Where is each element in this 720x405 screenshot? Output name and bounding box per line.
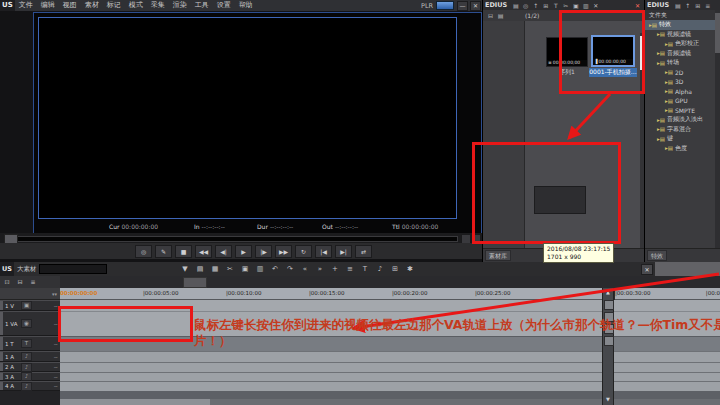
match-frame-button[interactable]: ⇄ (355, 245, 372, 258)
track-header-t[interactable]: 1 T T~ (0, 336, 60, 351)
track-lane-a1[interactable] (60, 351, 720, 362)
loop-button[interactable]: ↻ (295, 245, 312, 258)
settings-icon[interactable]: ✱ (405, 264, 415, 274)
menu-item[interactable]: 素材 (81, 0, 103, 11)
voiceover-icon[interactable]: ♪ (375, 264, 385, 274)
menu-item[interactable]: 视图 (59, 0, 81, 11)
set-out-icon[interactable]: » (315, 264, 325, 274)
track-height-button-4[interactable] (604, 336, 614, 346)
track-height-button-3[interactable] (604, 324, 614, 334)
stop-button[interactable]: ■ (175, 245, 192, 258)
effect-tree-item[interactable]: ▸▤ SMPTE (645, 106, 715, 116)
track-lane-t[interactable] (60, 336, 720, 351)
speaker-icon[interactable]: ♪ (21, 363, 32, 372)
effect-tree-item[interactable]: ▸▤ Alpha (645, 87, 715, 97)
step-back-button[interactable]: ◀| (215, 245, 232, 258)
copy-icon[interactable]: ▣ (240, 264, 250, 274)
menu-item[interactable]: 编辑 (37, 0, 59, 11)
palette-scrollbar[interactable] (715, 10, 720, 248)
effect-tree-item[interactable]: ▸▤ 特效 (645, 20, 715, 30)
speaker-icon[interactable]: ♪ (21, 372, 32, 381)
play-button[interactable]: ▶ (235, 245, 252, 258)
effect-tree-item[interactable]: ▸▤ 2D (645, 68, 715, 78)
menu-item[interactable]: 渲染 (169, 0, 191, 11)
menu-item[interactable]: 文件 (15, 0, 37, 11)
menu-item[interactable]: 设置 (213, 0, 235, 11)
up-folder-icon[interactable]: ↑ (683, 1, 692, 10)
effect-tree-item[interactable]: ▸▤ 3D (645, 77, 715, 87)
effect-tree-item[interactable]: ▸▤ 键 (645, 134, 715, 144)
cut-icon[interactable]: ✂ (561, 1, 570, 10)
close-icon[interactable]: ✕ (633, 2, 642, 9)
folder-icon[interactable]: ▤ (511, 1, 520, 10)
paste-icon[interactable]: ▥ (255, 264, 265, 274)
title-new-icon[interactable]: T (551, 1, 560, 10)
track-header-v[interactable]: 1 V ▣~ (0, 300, 60, 311)
track-lane-a2[interactable] (60, 362, 720, 372)
speaker-icon[interactable]: ♪ (21, 382, 32, 391)
menu-item[interactable]: 模式 (125, 0, 147, 11)
track-lane-a3[interactable] (60, 372, 720, 381)
up-folder-icon[interactable]: ↑ (531, 1, 540, 10)
folder-icon[interactable]: ▤ (673, 1, 682, 10)
bin-clip-sequence[interactable]: ≣00:00:00;00 序列1 (543, 37, 591, 77)
bin-tab[interactable]: 素材库 (485, 250, 511, 261)
timeline-vscrollbar[interactable]: ▲ ▼ (602, 288, 614, 405)
paste-icon[interactable]: ▥ (581, 1, 590, 10)
effect-tree-item[interactable]: ▸▤ 字幕混合 (645, 125, 715, 135)
fast-forward-button[interactable]: ▶▶ (275, 245, 292, 258)
track-header-a3[interactable]: 3 A ♪~ (0, 372, 60, 381)
layout-icon[interactable]: ⊞ (390, 264, 400, 274)
timeline-ruler[interactable]: 00:00:00:00|00:00:05:00|00:00:10:00|00:0… (60, 288, 602, 300)
title-track-icon[interactable]: T (21, 339, 32, 348)
collapse-icon[interactable]: ⊟ (486, 11, 495, 20)
track-lane-a4[interactable] (60, 381, 720, 391)
track-header-a2[interactable]: 2 A ♪~ (0, 362, 60, 372)
timeline-menu-icon[interactable]: ≡ (28, 277, 38, 287)
delete-icon[interactable]: ✕ (591, 1, 600, 10)
effect-tree-item[interactable]: ▸▤ 视频滤镜 (645, 30, 715, 40)
track-header-a1[interactable]: 1 A ♪~ (0, 351, 60, 362)
add-transition-icon[interactable]: + (330, 264, 340, 274)
undo-icon[interactable]: ↶ (270, 264, 280, 274)
track-height-button-2[interactable] (604, 312, 614, 322)
palette-scrollbar-handle[interactable] (715, 13, 720, 53)
track-lane-va[interactable] (60, 311, 720, 336)
new-sequence-icon[interactable]: ▼ (180, 264, 190, 274)
eye-icon[interactable]: ◉ (21, 319, 32, 328)
copy-icon[interactable]: ▣ (571, 1, 580, 10)
save-project-icon[interactable]: ▦ (210, 264, 220, 274)
rewind-button[interactable]: ◀◀ (195, 245, 212, 258)
timeline-hscroll-handle[interactable] (60, 399, 210, 405)
bin-folder-tree[interactable] (483, 21, 525, 248)
effect-tree-item[interactable]: ▸▤ 色彩校正 (645, 39, 715, 49)
zoom-tool-icon[interactable]: ◎ (135, 245, 152, 258)
set-in-icon[interactable]: « (300, 264, 310, 274)
sequence-tab-button[interactable] (183, 277, 207, 288)
track-height-button-1[interactable] (604, 300, 614, 310)
timeline-hscrollbar[interactable] (60, 399, 720, 405)
menu-icon[interactable]: ≡ (703, 1, 712, 10)
collapse-tracks-icon[interactable]: ⊟ (15, 277, 25, 287)
add-clip-icon[interactable]: ⊞ (541, 1, 550, 10)
search-icon[interactable]: ◎ (521, 1, 530, 10)
video-track-icon[interactable]: ▣ (21, 301, 32, 310)
effect-tree-item[interactable]: ▸▤ 转场 (645, 58, 715, 68)
view-icon[interactable]: ⊞ (693, 1, 702, 10)
clip-thumbnail-selected[interactable]: ▐00:00:00;00 (591, 35, 635, 67)
step-forward-button[interactable]: |▶ (255, 245, 272, 258)
scroll-up-icon[interactable]: ▲ (604, 289, 612, 296)
cut-icon[interactable]: ✂ (225, 264, 235, 274)
close-icon[interactable]: ✕ (470, 1, 481, 11)
menu-item[interactable]: 采集 (147, 0, 169, 11)
goto-in-button[interactable]: |◀ (315, 245, 332, 258)
goto-out-button[interactable]: ▶| (335, 245, 352, 258)
audio-mixer-icon[interactable]: ≡ (345, 264, 355, 274)
close-icon[interactable]: ✕ (641, 264, 653, 275)
effect-tree-item[interactable]: ▸▤ 音频滤镜 (645, 49, 715, 59)
track-header-va[interactable]: 1 VA ◉~ (0, 311, 60, 336)
position-slider-track[interactable] (4, 236, 458, 242)
clip-thumbnail[interactable]: ≣00:00:00;00 (546, 37, 588, 67)
effect-tab[interactable]: 特效 (647, 250, 667, 261)
menu-item[interactable]: 帮助 (235, 0, 257, 11)
